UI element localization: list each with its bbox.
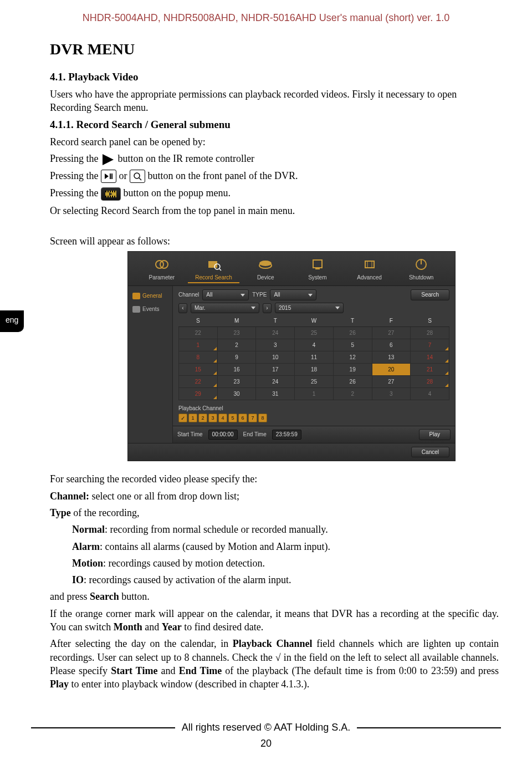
tab-shutdown[interactable]: Shutdown bbox=[395, 257, 447, 286]
below-l1: For searching the recorded video please … bbox=[50, 472, 499, 486]
calendar-cell[interactable]: 5 bbox=[333, 339, 372, 351]
label-channel: Channel bbox=[178, 291, 199, 299]
sidebar-item-events[interactable]: Events bbox=[128, 303, 172, 316]
year-select[interactable]: 2015 bbox=[275, 303, 344, 314]
svg-rect-1 bbox=[110, 174, 111, 179]
calendar-cell[interactable]: 14 bbox=[411, 351, 449, 363]
channel-toggle[interactable]: 5 bbox=[228, 414, 237, 422]
calendar-cell[interactable]: 15 bbox=[179, 363, 218, 375]
calendar-cell[interactable]: 4 bbox=[411, 387, 449, 400]
channel-toggle[interactable]: 6 bbox=[238, 414, 247, 422]
select-value: 2015 bbox=[279, 304, 291, 312]
calendar-cell[interactable]: 18 bbox=[295, 363, 334, 375]
calendar-cell[interactable]: 30 bbox=[217, 387, 256, 400]
calendar-cell[interactable]: 2 bbox=[333, 387, 372, 400]
channel-toggle[interactable]: 4 bbox=[218, 414, 227, 422]
calendar-cell[interactable]: 4 bbox=[295, 339, 334, 351]
channel-select[interactable]: All bbox=[202, 289, 249, 300]
cal-day-head: F bbox=[372, 315, 411, 327]
calendar-cell[interactable]: 1 bbox=[295, 387, 334, 400]
play-pause-icon bbox=[101, 170, 116, 183]
svg-rect-2 bbox=[111, 174, 112, 179]
tab-parameter[interactable]: Parameter bbox=[136, 257, 188, 286]
time-bar: Start Time 00:00:00 End Time 23:59:59 Pl… bbox=[173, 426, 455, 443]
text: button on the front panel of the DVR. bbox=[148, 170, 298, 181]
channel-toggle[interactable]: 8 bbox=[258, 414, 267, 422]
end-time-field[interactable]: 23:59:59 bbox=[272, 430, 301, 440]
calendar-cell[interactable]: 27 bbox=[372, 375, 411, 387]
calendar-cell[interactable]: 26 bbox=[333, 375, 372, 387]
calendar-cell[interactable]: 3 bbox=[256, 339, 295, 351]
below-motion: Motion: recordings caused by motion dete… bbox=[50, 557, 499, 570]
label-end-time: End Time bbox=[243, 431, 267, 438]
calendar: SMTWTFS 22232425262728123456789101112131… bbox=[178, 315, 449, 400]
play-button[interactable]: Play bbox=[419, 429, 451, 440]
playback-channel-row: ✓12345678 bbox=[178, 414, 449, 422]
calendar-cell[interactable]: 25 bbox=[295, 327, 334, 339]
select-value: Mar. bbox=[195, 304, 205, 312]
tab-device[interactable]: Device bbox=[239, 257, 291, 286]
tab-system[interactable]: System bbox=[291, 257, 344, 286]
text: Pressing the bbox=[50, 187, 101, 198]
section-4-1: 4.1. Playback Video bbox=[50, 70, 499, 84]
calendar-cell[interactable]: 22 bbox=[179, 327, 218, 339]
s41-p1: Users who have the appropriate permissio… bbox=[50, 88, 499, 115]
select-value: All bbox=[206, 291, 212, 299]
calendar-cell[interactable]: 29 bbox=[179, 387, 218, 400]
calendar-cell[interactable]: 17 bbox=[256, 363, 295, 375]
calendar-cell[interactable]: 23 bbox=[217, 327, 256, 339]
sidebar-item-general[interactable]: General bbox=[128, 289, 172, 303]
calendar-cell[interactable]: 10 bbox=[256, 351, 295, 363]
calendar-cell[interactable]: 27 bbox=[372, 327, 411, 339]
calendar-cell[interactable]: 31 bbox=[256, 387, 295, 400]
channel-toggle[interactable]: 3 bbox=[208, 414, 217, 422]
search-button[interactable]: Search bbox=[411, 289, 449, 300]
calendar-cell[interactable]: 1 bbox=[179, 339, 218, 351]
section-4-1-1: 4.1.1. Record Search / General submenu bbox=[50, 118, 499, 132]
calendar-cell[interactable]: 6 bbox=[372, 339, 411, 351]
channel-toggle[interactable]: 7 bbox=[248, 414, 257, 422]
calendar-cell[interactable]: 24 bbox=[256, 375, 295, 387]
calendar-cell[interactable]: 28 bbox=[411, 375, 449, 387]
prev-month-button[interactable]: ‹ bbox=[178, 303, 187, 313]
month-select[interactable]: Mar. bbox=[191, 303, 259, 314]
calendar-cell[interactable]: 16 bbox=[217, 363, 256, 375]
select-all-channels[interactable]: ✓ bbox=[178, 414, 187, 422]
calendar-cell[interactable]: 21 bbox=[411, 363, 449, 375]
channel-toggle[interactable]: 2 bbox=[198, 414, 207, 422]
label-playback-channel: Playback Channel bbox=[178, 405, 449, 412]
calendar-cell[interactable]: 11 bbox=[295, 351, 334, 363]
calendar-cell[interactable]: 3 bbox=[372, 387, 411, 400]
calendar-cell[interactable]: 12 bbox=[333, 351, 372, 363]
s411-popup: Pressing the button on the popup menu. bbox=[50, 186, 499, 201]
calendar-cell[interactable]: 26 bbox=[333, 327, 372, 339]
calendar-cell[interactable]: 25 bbox=[295, 375, 334, 387]
calendar-cell[interactable]: 23 bbox=[217, 375, 256, 387]
page-footer: All rights reserved © AAT Holding S.A. 2… bbox=[0, 721, 532, 750]
start-time-field[interactable]: 00:00:00 bbox=[208, 430, 238, 440]
text: button on the popup menu. bbox=[124, 187, 231, 198]
cal-day-head: W bbox=[295, 315, 334, 327]
calendar-cell[interactable]: 7 bbox=[411, 339, 449, 351]
next-month-button[interactable]: › bbox=[263, 303, 272, 313]
tab-advanced[interactable]: Advanced bbox=[344, 257, 396, 286]
calendar-cell[interactable]: 19 bbox=[333, 363, 372, 375]
tab-record-search[interactable]: Record Search bbox=[188, 257, 240, 286]
cal-day-head: T bbox=[256, 315, 295, 327]
calendar-cell[interactable]: 2 bbox=[217, 339, 256, 351]
channel-toggle[interactable]: 1 bbox=[188, 414, 197, 422]
type-select[interactable]: All bbox=[270, 289, 316, 300]
calendar-cell[interactable]: 20 bbox=[372, 363, 411, 375]
calendar-cell[interactable]: 24 bbox=[256, 327, 295, 339]
below-l6: After selecting the day on the calendar,… bbox=[50, 637, 499, 691]
svg-line-4 bbox=[139, 178, 141, 180]
calendar-cell[interactable]: 22 bbox=[179, 375, 218, 387]
cancel-button[interactable]: Cancel bbox=[411, 447, 449, 458]
calendar-cell[interactable]: 28 bbox=[411, 327, 449, 339]
calendar-cell[interactable]: 13 bbox=[372, 351, 411, 363]
svg-point-3 bbox=[134, 173, 140, 178]
calendar-cell[interactable]: 9 bbox=[217, 351, 256, 363]
chevron-down-icon bbox=[251, 307, 255, 309]
doc-header: NHDR-5004AHD, NHDR5008AHD, NHDR-5016AHD … bbox=[0, 0, 532, 24]
calendar-cell[interactable]: 8 bbox=[179, 351, 218, 363]
